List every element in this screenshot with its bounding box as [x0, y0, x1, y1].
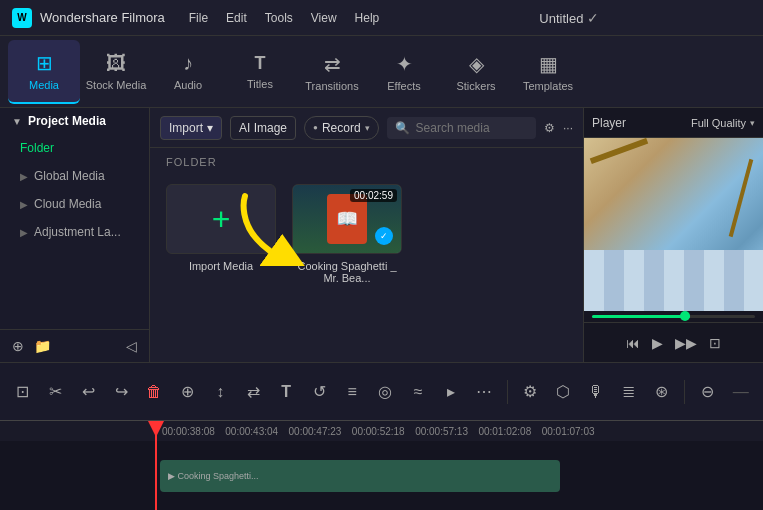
speed-icon[interactable]: ↕ [206, 376, 235, 408]
ai-tools-icon[interactable]: ⬡ [548, 376, 577, 408]
zoom-out-icon[interactable]: ⊖ [693, 376, 722, 408]
slider-thumb[interactable] [680, 311, 690, 321]
import-dropdown-arrow[interactable]: ▾ [207, 121, 213, 135]
content-toolbar: Import ▾ AI Image ● Record ▾ 🔍 ⚙ ··· [150, 108, 583, 148]
fullscreen-button[interactable]: ⊡ [709, 335, 721, 351]
bottom-toolbar: ⊡ ✂ ↩ ↪ 🗑 ⊕ ↕ ⇄ T ↺ ≡ ◎ ≈ ▸ ⋯ ⚙ ⬡ 🎙 ≣ ⊛ … [0, 362, 763, 420]
import-button[interactable]: Import ▾ [160, 116, 222, 140]
more-options-btn[interactable]: ⋯ [470, 376, 499, 408]
menu-file[interactable]: File [189, 11, 208, 25]
record-dropdown-arrow[interactable]: ▾ [365, 123, 370, 133]
menu-view[interactable]: View [311, 11, 337, 25]
sidebar-footer: ⊕ 📁 ◁ [0, 329, 149, 362]
preview-progress-slider[interactable] [584, 311, 763, 322]
quality-dropdown-arrow[interactable]: ▾ [750, 118, 755, 128]
check-badge: ✓ [375, 227, 393, 245]
sidebar-collapse-arrow[interactable]: ▼ [12, 116, 22, 127]
toolbar-transitions[interactable]: ⇄ Transitions [296, 40, 368, 104]
toolbar-stock-media[interactable]: 🖼 Stock Media [80, 40, 152, 104]
search-input[interactable] [416, 121, 528, 135]
folder-icon[interactable]: 📁 [34, 338, 51, 354]
video-track: ▶ Cooking Spaghetti... [160, 441, 763, 510]
menu-edit[interactable]: Edit [226, 11, 247, 25]
player-label: Player [592, 116, 626, 130]
sidebar-item-cloud-media[interactable]: ▶ Cloud Media [0, 190, 149, 218]
settings-icon[interactable]: ⚙ [515, 376, 544, 408]
sidebar-item-adjustment[interactable]: ▶ Adjustment La... [0, 218, 149, 246]
preview-header: Player Full Quality ▾ [584, 108, 763, 138]
title-bar: W Wondershare Filmora File Edit Tools Vi… [0, 0, 763, 36]
audio-icon: ♪ [183, 52, 193, 75]
menu-tools[interactable]: Tools [265, 11, 293, 25]
play-button[interactable]: ▶ [652, 335, 663, 351]
select-tool-icon[interactable]: ⊡ [8, 376, 37, 408]
app-name: Wondershare Filmora [40, 10, 165, 25]
zoom-dash-icon: — [726, 376, 755, 408]
delete-icon[interactable]: 🗑 [140, 376, 169, 408]
quality-selector[interactable]: Full Quality ▾ [691, 117, 755, 129]
track-icon[interactable]: ≣ [614, 376, 643, 408]
effects-icon: ✦ [396, 52, 413, 76]
timeline: 00:00:38:08 00:00:43:04 00:00:47:23 00:0… [0, 420, 763, 510]
main-content-area: ▼ Project Media Folder ▶ Global Media ▶ … [0, 108, 763, 362]
toolbar-stickers[interactable]: ◈ Stickers [440, 40, 512, 104]
media-grid: + Import Media 📖 ✓ 00:02:59 Cooking Spa [150, 176, 583, 292]
stickers-icon: ◈ [469, 52, 484, 76]
sidebar-header: ▼ Project Media [0, 108, 149, 134]
time-mark-0: 00:00:38:08 [160, 426, 223, 437]
verified-icon: ✓ [587, 10, 599, 26]
time-mark-2: 00:00:47:23 [287, 426, 350, 437]
sidebar-item-folder[interactable]: Folder [0, 134, 149, 162]
timeline-playhead[interactable] [155, 421, 157, 510]
ai-image-button[interactable]: AI Image [230, 116, 296, 140]
time-mark-6: 00:01:07:03 [540, 426, 603, 437]
filter-icon[interactable]: ⚙ [544, 121, 555, 135]
preview-panel: Player Full Quality ▾ [583, 108, 763, 362]
video-clip[interactable]: ▶ Cooking Spaghetti... [160, 460, 560, 492]
text-tool-icon[interactable]: T [272, 376, 301, 408]
freeze-frame-icon[interactable]: ↺ [305, 376, 334, 408]
search-area: 🔍 [387, 117, 536, 139]
toolbar-media[interactable]: ⊞ Media [8, 40, 80, 104]
main-toolbar: ⊞ Media 🖼 Stock Media ♪ Audio T Titles ⇄… [0, 36, 763, 108]
stabilize-icon[interactable]: ≡ [338, 376, 367, 408]
add-folder-icon[interactable]: ⊕ [12, 338, 24, 354]
collapse-panel-icon[interactable]: ◁ [126, 338, 137, 354]
toolbar-effects[interactable]: ✦ Effects [368, 40, 440, 104]
expand-arrow: ▶ [20, 227, 28, 238]
undo-icon[interactable]: ↩ [74, 376, 103, 408]
record-dot-icon: ● [313, 123, 318, 132]
preview-frame [584, 138, 763, 311]
app: W Wondershare Filmora File Edit Tools Vi… [0, 0, 763, 510]
razor-tool-icon[interactable]: ✂ [41, 376, 70, 408]
transition-tool-icon[interactable]: ⇄ [239, 376, 268, 408]
cooking-video-item[interactable]: 📖 ✓ 00:02:59 Cooking Spaghetti _ Mr. Bea… [292, 184, 402, 284]
slider-fill [592, 315, 690, 318]
skip-back-button[interactable]: ⏮ [626, 335, 640, 351]
media-content-panel: Import ▾ AI Image ● Record ▾ 🔍 ⚙ ··· [150, 108, 583, 362]
microphone-icon[interactable]: 🎙 [581, 376, 610, 408]
import-media-item[interactable]: + Import Media [166, 184, 276, 284]
crop-icon[interactable]: ⊕ [173, 376, 202, 408]
menu-help[interactable]: Help [355, 11, 380, 25]
more-tools-icon[interactable]: ▸ [437, 376, 466, 408]
more-options-icon[interactable]: ··· [563, 121, 573, 135]
sidebar: ▼ Project Media Folder ▶ Global Media ▶ … [0, 108, 150, 362]
record-button[interactable]: ● Record ▾ [304, 116, 379, 140]
audio-tools-icon[interactable]: ≈ [404, 376, 433, 408]
sidebar-item-global-media[interactable]: ▶ Global Media [0, 162, 149, 190]
time-mark-3: 00:00:52:18 [350, 426, 413, 437]
toolbar-titles[interactable]: T Titles [224, 40, 296, 104]
preview-controls: ⏮ ▶ ▶▶ ⊡ [584, 322, 763, 362]
time-mark-5: 00:01:02:08 [476, 426, 539, 437]
search-icon: 🔍 [395, 121, 410, 135]
time-mark-1: 00:00:43:04 [223, 426, 286, 437]
toolbar-templates[interactable]: ▦ Templates [512, 40, 584, 104]
color-match-icon[interactable]: ◎ [371, 376, 400, 408]
slider-track[interactable] [592, 315, 755, 318]
redo-icon[interactable]: ↪ [107, 376, 136, 408]
toolbar-audio[interactable]: ♪ Audio [152, 40, 224, 104]
import-thumb: + [166, 184, 276, 254]
add-track-icon[interactable]: ⊛ [647, 376, 676, 408]
skip-forward-button[interactable]: ▶▶ [675, 335, 697, 351]
